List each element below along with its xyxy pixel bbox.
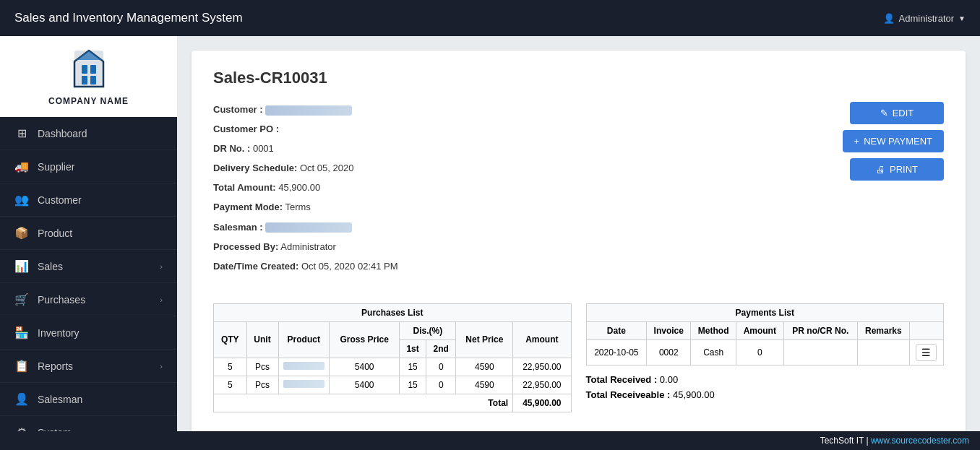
print-button[interactable]: 🖨 PRINT bbox=[850, 158, 944, 181]
purchases-table-wrap: Purchases List QTY Unit Product Gross Pr… bbox=[213, 303, 572, 412]
customer-label: Customer : bbox=[213, 104, 263, 115]
sidebar-item-label: System bbox=[38, 427, 72, 432]
new-payment-label: NEW PAYMENT bbox=[864, 136, 932, 147]
new-payment-button[interactable]: + NEW PAYMENT bbox=[843, 130, 944, 152]
edit-label: EDIT bbox=[893, 108, 914, 118]
sidebar-item-left: ⚙ System bbox=[14, 425, 72, 431]
customer-po-label: Customer PO : bbox=[213, 124, 279, 134]
sidebar-item-reports[interactable]: 📋 Reports › bbox=[0, 350, 177, 383]
arrow-icon: › bbox=[160, 428, 163, 432]
sidebar-item-customer[interactable]: 👥 Customer bbox=[0, 183, 177, 217]
inventory-icon: 🏪 bbox=[14, 326, 29, 339]
row-dis2: 0 bbox=[426, 376, 456, 394]
dr-no-row: DR No. : 0001 bbox=[213, 141, 398, 157]
processed-by-value: Administrator bbox=[280, 241, 336, 252]
sidebar-item-supplier[interactable]: 🚚 Supplier bbox=[0, 150, 177, 183]
payment-mode-row: Payment Mode: Terms bbox=[213, 199, 398, 215]
company-name: COMPANY NAME bbox=[48, 96, 129, 106]
pay-row-amount: 0 bbox=[736, 339, 783, 365]
row-dis1: 15 bbox=[400, 376, 426, 394]
sidebar-item-left: ⊞ Dashboard bbox=[14, 126, 87, 140]
payments-table-wrap: Payments List Date Invoice Method Amount… bbox=[586, 303, 945, 412]
payment-mode-value: Terms bbox=[285, 202, 310, 212]
sidebar-item-label: Sales bbox=[38, 261, 63, 272]
sidebar-item-sales[interactable]: 📊 Sales › bbox=[0, 250, 177, 283]
row-gross: 5400 bbox=[330, 358, 400, 376]
top-info-layout: Customer : Customer PO : DR No. : 0001 D… bbox=[213, 102, 944, 289]
detail-card: Sales-CR10031 Customer : Customer PO : D… bbox=[192, 51, 966, 431]
processed-by-label: Processed By: bbox=[213, 241, 278, 252]
pay-col-prno: PR no/CR No. bbox=[783, 321, 857, 339]
col-dis-2nd: 2nd bbox=[426, 339, 456, 358]
app-title: Sales and Inventory Management System bbox=[14, 11, 243, 25]
col-unit: Unit bbox=[246, 321, 278, 358]
sales-icon: 📊 bbox=[14, 259, 29, 273]
sidebar-item-system[interactable]: ⚙ System › bbox=[0, 416, 177, 431]
row-product bbox=[278, 358, 330, 376]
sidebar-item-dashboard[interactable]: ⊞ Dashboard bbox=[0, 117, 177, 150]
salesman-label: Salesman : bbox=[213, 222, 263, 233]
sidebar-item-label: Product bbox=[38, 228, 72, 239]
row-net: 4590 bbox=[456, 376, 513, 394]
svg-rect-4 bbox=[82, 76, 87, 85]
sidebar-items: ⊞ Dashboard 🚚 Supplier 👥 Customer 📦 Prod… bbox=[0, 117, 177, 431]
sidebar-item-purchases[interactable]: 🛒 Purchases › bbox=[0, 283, 177, 316]
total-value: 45,900.00 bbox=[513, 394, 571, 412]
row-menu-button[interactable]: ☰ bbox=[916, 344, 937, 361]
row-qty: 5 bbox=[214, 376, 247, 394]
row-unit: Pcs bbox=[246, 358, 278, 376]
sidebar-item-inventory[interactable]: 🏪 Inventory bbox=[0, 316, 177, 350]
arrow-icon: › bbox=[160, 295, 163, 304]
svg-rect-2 bbox=[82, 65, 87, 74]
user-icon: 👤 bbox=[883, 13, 895, 24]
salesman-value bbox=[265, 222, 352, 233]
total-receivable-label: Total Receiveable : bbox=[586, 389, 671, 400]
purchases-table-title: Purchases List bbox=[214, 303, 572, 321]
sidebar-item-left: 👤 Salesman bbox=[14, 392, 82, 406]
arrow-icon: › bbox=[160, 262, 163, 271]
sidebar-item-left: 📊 Sales bbox=[14, 259, 63, 273]
edit-button[interactable]: ✎ EDIT bbox=[850, 102, 944, 124]
sidebar-item-left: 🚚 Supplier bbox=[14, 160, 74, 173]
purchases-icon: 🛒 bbox=[14, 293, 29, 306]
dr-no-label: DR No. : bbox=[213, 143, 250, 154]
total-received-row: Total Received : 0.00 bbox=[586, 374, 945, 385]
delivery-schedule-value: Oct 05, 2020 bbox=[300, 163, 353, 173]
total-label: Total bbox=[214, 394, 513, 412]
plus-icon: + bbox=[854, 136, 860, 147]
sidebar-item-salesman[interactable]: 👤 Salesman bbox=[0, 383, 177, 416]
pay-row-action[interactable]: ☰ bbox=[909, 339, 943, 365]
print-label: PRINT bbox=[890, 164, 918, 175]
pay-row-method: Cash bbox=[691, 339, 736, 365]
pay-row-date: 2020-10-05 bbox=[586, 339, 647, 365]
user-menu[interactable]: 👤 Administrator ▼ bbox=[883, 13, 966, 24]
row-gross: 5400 bbox=[330, 376, 400, 394]
payments-table: Payments List Date Invoice Method Amount… bbox=[586, 303, 945, 365]
sidebar: COMPANY NAME ⊞ Dashboard 🚚 Supplier 👥 Cu… bbox=[0, 36, 177, 431]
svg-rect-5 bbox=[90, 76, 96, 85]
datetime-value: Oct 05, 2020 02:41 PM bbox=[301, 261, 398, 272]
supplier-icon: 🚚 bbox=[14, 160, 29, 173]
print-icon: 🖨 bbox=[876, 164, 885, 175]
row-dis2: 0 bbox=[426, 358, 456, 376]
row-dis1: 15 bbox=[400, 358, 426, 376]
footer: TechSoft IT | www.sourcecodester.com bbox=[0, 431, 980, 450]
col-net-price: Net Price bbox=[456, 321, 513, 358]
company-logo-icon bbox=[67, 47, 111, 90]
pay-col-invoice: Invoice bbox=[647, 321, 691, 339]
sidebar-item-product[interactable]: 📦 Product bbox=[0, 217, 177, 250]
dashboard-icon: ⊞ bbox=[14, 126, 29, 140]
row-unit: Pcs bbox=[246, 376, 278, 394]
row-amount: 22,950.00 bbox=[513, 358, 571, 376]
footer-brand: TechSoft IT bbox=[820, 436, 864, 446]
table-row: 5 Pcs 5400 15 0 4590 22,950.00 bbox=[214, 358, 572, 376]
total-amount-row: Total Amount: 45,900.00 bbox=[213, 180, 398, 196]
sidebar-item-label: Inventory bbox=[38, 327, 79, 339]
row-amount: 22,950.00 bbox=[513, 376, 571, 394]
pay-col-date: Date bbox=[586, 321, 647, 339]
total-amount-value: 45,900.00 bbox=[278, 182, 320, 193]
payments-table-title: Payments List bbox=[586, 303, 944, 321]
sidebar-item-label: Purchases bbox=[38, 294, 85, 306]
footer-website[interactable]: www.sourcecodester.com bbox=[871, 436, 969, 446]
total-receivable-value: 45,900.00 bbox=[673, 389, 715, 400]
